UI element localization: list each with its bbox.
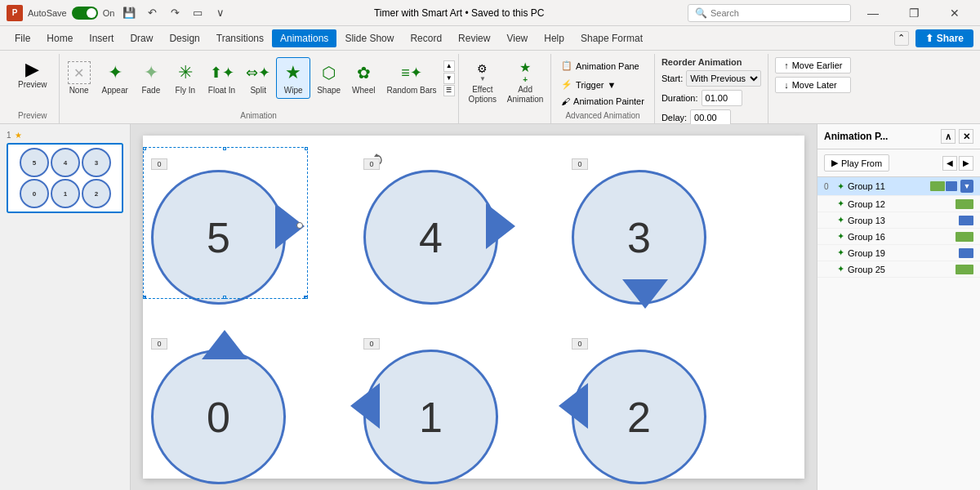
share-button[interactable]: ⬆ Share [915, 29, 973, 47]
circle-5-num: 5 [207, 213, 230, 262]
search-input[interactable] [710, 8, 844, 18]
effect-options-label: EffectOptions [469, 85, 497, 105]
circle-group-2[interactable]: 0 2 [572, 338, 706, 484]
anim-randombars[interactable]: ≡✦ Random Bars [381, 58, 441, 98]
animation-list: 0 ✦ Group 11 ▼ ✦ Group 12 [817, 177, 980, 490]
group-11-expand[interactable]: ▼ [960, 180, 973, 193]
menu-file[interactable]: File [7, 29, 38, 47]
group-25-bar [956, 265, 973, 274]
anim-floatin[interactable]: ⬆✦ Float In [203, 58, 240, 98]
anim-pane-collapse[interactable]: ∧ [941, 129, 956, 144]
menu-slideshow[interactable]: Slide Show [336, 29, 402, 47]
menu-view[interactable]: View [498, 29, 536, 47]
anim-group-12[interactable]: ✦ Group 12 [817, 196, 980, 212]
circle-5[interactable]: 5 [151, 170, 286, 305]
circle-2[interactable]: 2 [572, 350, 706, 484]
anim-group-16[interactable]: ✦ Group 16 [817, 229, 980, 245]
circle-group-5[interactable]: 0 5 [151, 158, 286, 305]
anim-fade[interactable]: ✦ Fade [135, 58, 167, 98]
group-25-star: ✦ [837, 264, 844, 274]
group-16-bar [956, 232, 973, 242]
menu-draw[interactable]: Draw [122, 29, 161, 47]
anim-group-25[interactable]: ✦ Group 25 [817, 261, 980, 278]
handle-tc[interactable] [223, 147, 226, 150]
circle-0[interactable]: 0 [151, 350, 286, 484]
anim-none[interactable]: ✕ None [63, 58, 96, 98]
powerpoint-icon: P [7, 5, 23, 21]
circle-group-0[interactable]: 0 0 [151, 338, 286, 484]
circle-group-1[interactable]: 0 1 [363, 338, 498, 484]
anim-group-13[interactable]: ✦ Group 13 [817, 212, 980, 229]
circle-4[interactable]: 4 [363, 170, 498, 305]
autosave-label: AutoSave [28, 8, 67, 18]
restore-button[interactable]: ❐ [895, 0, 933, 26]
scroll-up-button[interactable]: ▲ [443, 60, 455, 72]
circle-1[interactable]: 1 [363, 350, 498, 484]
scroll-more-button[interactable]: ☰ [443, 85, 455, 96]
more-button[interactable]: ∨ [211, 3, 230, 23]
anim-wheel[interactable]: ✿ Wheel [347, 58, 380, 98]
scroll-left-btn[interactable]: ◀ [942, 156, 957, 171]
menu-animations[interactable]: Animations [272, 29, 336, 47]
save-button[interactable]: 💾 [119, 3, 139, 23]
play-from-button[interactable]: ▶ Play From [824, 154, 889, 172]
move-earlier-label: Move Earlier [792, 60, 843, 70]
trigger-button[interactable]: ⚡ Trigger ▼ [556, 78, 621, 91]
autosave-state: On [103, 8, 115, 18]
scroll-right-btn[interactable]: ▶ [959, 156, 973, 171]
duration-input[interactable] [702, 90, 742, 106]
menu-insert[interactable]: Insert [81, 29, 122, 47]
anim-split[interactable]: ⇔✦ Split [242, 58, 274, 98]
delay-input[interactable] [690, 109, 731, 126]
undo-button[interactable]: ↶ [142, 3, 162, 23]
preview-button[interactable]: ▶ Preview [13, 57, 52, 92]
present-button[interactable]: ▭ [188, 3, 207, 23]
reorder-label: Reorder Animation [662, 57, 761, 67]
wipe-label: Wipe [284, 86, 303, 95]
search-box[interactable]: 🔍 [688, 4, 851, 22]
slide-thumbnail[interactable]: 5 4 3 0 1 2 [7, 143, 123, 213]
start-select[interactable]: With Previous After Previous On Click [686, 70, 761, 87]
circle-group-3[interactable]: 0 3 [572, 158, 706, 305]
anim-pane-close[interactable]: ✕ [959, 129, 973, 144]
group-13-label: Group 13 [848, 216, 941, 225]
flyin-label: Fly In [176, 86, 195, 95]
duration-label: Duration: [662, 93, 698, 103]
anim-group-11[interactable]: 0 ✦ Group 11 ▼ [817, 177, 980, 196]
scroll-down-button[interactable]: ▼ [443, 73, 455, 84]
slide-canvas[interactable]: 0 5 0 [143, 136, 804, 479]
anim-wipe[interactable]: ★ Wipe [276, 57, 310, 99]
menu-record[interactable]: Record [402, 29, 450, 47]
redo-button[interactable]: ↷ [165, 3, 185, 23]
anim-play-controls: ▶ Play From ◀ ▶ [817, 149, 980, 177]
anim-shape[interactable]: ⬡ Shape [312, 58, 345, 98]
menu-home[interactable]: Home [38, 29, 81, 47]
circle-1-num: 1 [419, 393, 443, 442]
animation-pane-button[interactable]: 📋 Animation Pane [556, 59, 644, 73]
minimize-button[interactable]: — [854, 0, 892, 26]
menu-transitions[interactable]: Transitions [208, 29, 272, 47]
animation-pane-label: Animation Pane [576, 61, 639, 71]
effect-options-button[interactable]: ⚙ ▼ EffectOptions [464, 57, 501, 108]
anim-group-19[interactable]: ✦ Group 19 [817, 245, 980, 261]
menu-design[interactable]: Design [161, 29, 207, 47]
animation-painter-button[interactable]: 🖌 Animation Painter [556, 95, 649, 108]
trigger-dropdown-icon: ▼ [608, 80, 617, 90]
anim-flyin[interactable]: ✳ Fly In [169, 58, 202, 98]
add-animation-button[interactable]: ★ + AddAnimation [505, 57, 546, 108]
canvas-area: 0 5 0 [131, 124, 817, 490]
shape-label: Shape [317, 86, 341, 95]
delay-row: Delay: [662, 109, 761, 126]
menu-help[interactable]: Help [536, 29, 572, 47]
collapse-ribbon-button[interactable]: ⌃ [894, 31, 909, 46]
circle-group-4[interactable]: 0 4 [363, 158, 498, 305]
anim-appear[interactable]: ✦ Appear [97, 58, 133, 98]
close-button[interactable]: ✕ [936, 0, 973, 26]
menu-shape-format[interactable]: Shape Format [572, 29, 651, 47]
move-later-button[interactable]: ↓ Move Later [775, 77, 851, 93]
move-earlier-button[interactable]: ↑ Move Earlier [775, 57, 851, 74]
autosave-toggle[interactable] [72, 7, 98, 20]
center-handle[interactable] [296, 222, 303, 229]
menu-review[interactable]: Review [450, 29, 498, 47]
thumb-circle-2: 2 [82, 179, 111, 208]
